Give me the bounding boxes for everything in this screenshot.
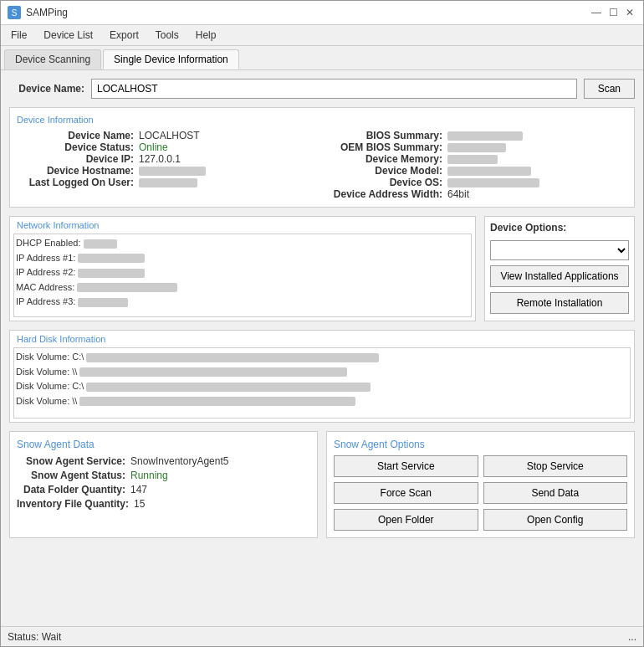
snow-service-value: SnowInventoryAgent5 bbox=[130, 455, 228, 467]
info-addr-label: Device Address Width: bbox=[325, 188, 442, 200]
hard-disk-title: Hard Disk Information bbox=[10, 331, 634, 346]
info-lastuser-row: Last Logged On User: bbox=[17, 177, 319, 188]
info-status-value: Online bbox=[139, 141, 168, 153]
snow-status-row: Snow Agent Status: Running bbox=[17, 470, 310, 481]
info-lastuser-label: Last Logged On User: bbox=[17, 177, 134, 188]
tab-device-scanning[interactable]: Device Scanning bbox=[4, 49, 101, 69]
snow-agent-data-box: Snow Agent Data Snow Agent Service: Snow… bbox=[9, 431, 318, 538]
info-os-row: Device OS: bbox=[325, 177, 627, 188]
info-memory-label: Device Memory: bbox=[325, 153, 442, 165]
main-content: Device Name: Scan Device Information Dev… bbox=[1, 70, 643, 626]
snow-folder-qty-row: Data Folder Quantity: 147 bbox=[17, 484, 310, 496]
left-info: Device Name: LOCALHOST Device Status: On… bbox=[17, 130, 319, 200]
device-name-row: Device Name: Scan bbox=[9, 79, 635, 99]
info-bios-value bbox=[447, 130, 523, 141]
info-oem-value bbox=[447, 141, 506, 153]
network-scroll-area[interactable]: DHCP Enabled: IP Address #1: IP Address … bbox=[13, 234, 472, 317]
disk-line-0: Disk Volume: C:\ bbox=[16, 350, 628, 365]
info-oem-label: OEM BIOS Summary: bbox=[325, 141, 442, 153]
menu-bar: File Device List Export Tools Help bbox=[1, 25, 643, 46]
force-scan-button[interactable]: Force Scan bbox=[334, 482, 478, 504]
info-device-name-value: LOCALHOST bbox=[139, 130, 200, 141]
snow-agent-options-box: Snow Agent Options Start Service Stop Se… bbox=[326, 431, 635, 538]
info-bios-row: BIOS Summary: bbox=[325, 130, 627, 141]
send-data-button[interactable]: Send Data bbox=[483, 482, 628, 504]
snow-service-row: Snow Agent Service: SnowInventoryAgent5 bbox=[17, 455, 310, 467]
info-bios-label: BIOS Summary: bbox=[325, 130, 442, 141]
device-options-title: Device Options: bbox=[490, 222, 629, 234]
title-bar-left: S SAMPing bbox=[8, 6, 68, 19]
info-model-label: Device Model: bbox=[325, 165, 442, 177]
snow-folder-qty-value: 147 bbox=[130, 484, 147, 496]
app-icon: S bbox=[8, 6, 21, 19]
open-config-button[interactable]: Open Config bbox=[483, 509, 628, 531]
bottom-section: Snow Agent Data Snow Agent Service: Snow… bbox=[9, 431, 635, 538]
device-info-title: Device Information bbox=[17, 115, 627, 125]
device-options-dropdown[interactable] bbox=[490, 240, 629, 260]
device-name-label: Device Name: bbox=[9, 83, 84, 95]
title-bar: S SAMPing — ☐ ✕ bbox=[1, 1, 643, 25]
snow-agent-data-title: Snow Agent Data bbox=[17, 439, 310, 450]
window-title: SAMPing bbox=[26, 7, 68, 18]
device-information-box: Device Information Device Name: LOCALHOS… bbox=[9, 107, 635, 208]
network-lines: DHCP Enabled: IP Address #1: IP Address … bbox=[16, 236, 469, 310]
disk-line-2: Disk Volume: C:\ bbox=[16, 379, 628, 394]
net-line-3: MAC Address: bbox=[16, 280, 469, 295]
disk-lines: Disk Volume: C:\ Disk Volume: \\ Disk Vo… bbox=[16, 350, 628, 408]
snow-status-label: Snow Agent Status: bbox=[17, 470, 125, 481]
info-ip-row: Device IP: 127.0.0.1 bbox=[17, 153, 319, 165]
snow-agent-options-title: Snow Agent Options bbox=[334, 439, 627, 450]
info-hostname-row: Device Hostname: bbox=[17, 165, 319, 177]
snow-inventory-qty-row: Inventory File Quantity: 15 bbox=[17, 498, 310, 510]
scan-button[interactable]: Scan bbox=[584, 79, 635, 99]
start-service-button[interactable]: Start Service bbox=[334, 455, 478, 477]
device-info-grid: Device Name: LOCALHOST Device Status: On… bbox=[17, 130, 627, 200]
device-name-input[interactable] bbox=[91, 79, 577, 99]
minimize-button[interactable]: — bbox=[590, 6, 603, 19]
net-line-4: IP Address #3: bbox=[16, 295, 469, 310]
info-ip-value: 127.0.0.1 bbox=[139, 153, 181, 165]
menu-export[interactable]: Export bbox=[103, 27, 146, 44]
info-addr-row: Device Address Width: 64bit bbox=[325, 188, 627, 200]
right-info: BIOS Summary: OEM BIOS Summary: Device M… bbox=[325, 130, 627, 200]
info-ip-label: Device IP: bbox=[17, 153, 134, 165]
hard-disk-scroll[interactable]: Disk Volume: C:\ Disk Volume: \\ Disk Vo… bbox=[13, 347, 631, 418]
info-oem-row: OEM BIOS Summary: bbox=[325, 141, 627, 153]
net-line-0: DHCP Enabled: bbox=[16, 236, 469, 251]
stop-service-button[interactable]: Stop Service bbox=[483, 455, 628, 477]
info-memory-row: Device Memory: bbox=[325, 153, 627, 165]
snow-service-label: Snow Agent Service: bbox=[17, 455, 125, 467]
disk-line-3: Disk Volume: \\ bbox=[16, 394, 628, 409]
maximize-button[interactable]: ☐ bbox=[606, 6, 620, 19]
view-installed-btn[interactable]: View Installed Applications bbox=[490, 265, 629, 287]
menu-device-list[interactable]: Device List bbox=[37, 27, 100, 44]
info-model-value bbox=[447, 165, 531, 177]
tab-bar: Device Scanning Single Device Informatio… bbox=[1, 46, 643, 70]
device-options-box: Device Options: View Installed Applicati… bbox=[484, 216, 635, 321]
tab-single-device-info[interactable]: Single Device Information bbox=[103, 49, 239, 69]
menu-tools[interactable]: Tools bbox=[149, 27, 186, 44]
info-memory-value bbox=[447, 153, 498, 165]
snow-status-value: Running bbox=[130, 470, 168, 481]
menu-help[interactable]: Help bbox=[189, 27, 223, 44]
open-folder-button[interactable]: Open Folder bbox=[334, 509, 478, 531]
info-os-value bbox=[447, 177, 539, 188]
title-controls: — ☐ ✕ bbox=[590, 6, 636, 19]
disk-line-1: Disk Volume: \\ bbox=[16, 365, 628, 380]
snow-folder-qty-label: Data Folder Quantity: bbox=[17, 484, 125, 496]
info-lastuser-value bbox=[139, 177, 197, 188]
info-status-label: Device Status: bbox=[17, 141, 134, 153]
status-dots: ... bbox=[628, 631, 636, 643]
middle-section: Network Information DHCP Enabled: IP Add… bbox=[9, 216, 635, 321]
agent-btn-grid: Start Service Stop Service Force Scan Se… bbox=[334, 455, 627, 531]
net-line-2: IP Address #2: bbox=[16, 265, 469, 280]
close-button[interactable]: ✕ bbox=[623, 6, 636, 19]
hard-disk-box: Hard Disk Information Disk Volume: C:\ D… bbox=[9, 330, 635, 423]
info-os-label: Device OS: bbox=[325, 177, 442, 188]
network-title: Network Information bbox=[10, 217, 475, 232]
menu-file[interactable]: File bbox=[4, 27, 33, 44]
info-hostname-value bbox=[139, 165, 206, 177]
network-information-box: Network Information DHCP Enabled: IP Add… bbox=[9, 216, 476, 321]
snow-inventory-qty-value: 15 bbox=[134, 498, 145, 510]
remote-installation-btn[interactable]: Remote Installation bbox=[490, 292, 629, 314]
